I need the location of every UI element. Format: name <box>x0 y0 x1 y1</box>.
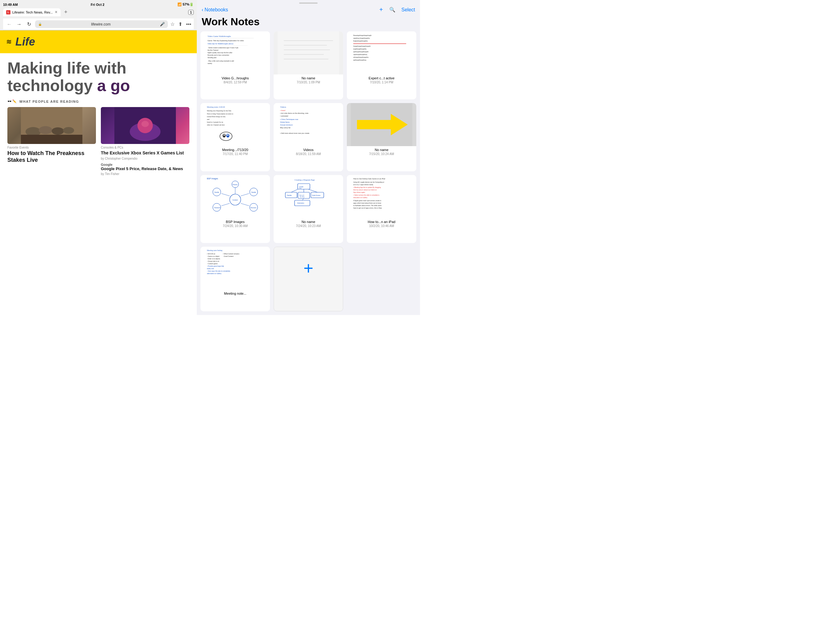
svg-point-9 <box>141 121 149 127</box>
note-thumbnail-3: fhwuoiqwhiuqwhiuqwhuqhi oqiwhiuq hiuqwhi… <box>347 32 416 74</box>
svg-text:whiuqwhiuqwhiuqwhiu: whiuqwhiuqwhiuqwhiu <box>353 56 369 58</box>
svg-text:• Meeting App the to update By: • Meeting App the to update By dragging <box>353 187 381 188</box>
note-meta-9: How to...n an iPad 10/2/20, 10:46 AM <box>347 218 416 230</box>
note-card-9[interactable]: How to Get Airdrop Gals Game on an iPad … <box>347 175 416 243</box>
note-card-new[interactable]: + <box>274 247 343 311</box>
note-card-5[interactable]: Videos • Insert • do Links Items on the … <box>274 103 343 171</box>
select-button[interactable]: Select <box>401 7 415 13</box>
note-card-1[interactable]: Video Game Walkthroughs Game: Title key … <box>201 32 270 99</box>
note-card-2[interactable]: No name 7/10/20, 1:09 PM <box>274 32 343 99</box>
note-name-10: Meeting note... <box>203 291 267 295</box>
svg-text:• Add more about more now you : • Add more about more now you create <box>280 132 309 134</box>
plus-icon: + <box>303 260 313 277</box>
note-date-7: 7/24/20, 10:30 AM <box>203 224 267 228</box>
svg-text:• Select arrows the able to co: • Select arrows the able to complete is <box>353 194 379 196</box>
svg-text:uqwhiuqwhiuqwhiuq: uqwhiuqwhiuqwhiuq <box>353 54 367 55</box>
microphone-icon[interactable]: 🎤 <box>160 22 165 27</box>
svg-rect-84 <box>278 175 339 218</box>
tab-title: Lifewire: Tech News, Rev... <box>12 11 53 14</box>
section-text: WHAT PEOPLE ARE READING <box>19 100 79 103</box>
article-card-1[interactable]: Favorite Events How to Watch The Preakne… <box>7 107 96 176</box>
svg-text:• 9A 9:30 an: • 9A 9:30 an <box>207 253 215 255</box>
svg-text:Themes: Themes <box>232 184 238 185</box>
note-thumbnail-5: Videos • Insert • do Links Items on the … <box>274 103 343 146</box>
active-tab[interactable]: L Lifewire: Tech News, Rev... ✕ <box>3 8 61 16</box>
lifewire-content: Making life with technology a go 🕶️✏️ WH… <box>0 53 197 182</box>
svg-point-52 <box>227 135 229 136</box>
svg-text:qwhiuqwhiuqwhiuqwhi: qwhiuqwhiuqwhiuqwhi <box>353 51 368 52</box>
svg-text:Global Items: Global Items <box>280 121 290 123</box>
svg-text:- Group note is on: - Group note is on <box>207 260 219 262</box>
note-card-8[interactable]: Creating a Diagram Page Create New Flexi… <box>274 175 343 243</box>
article-byline-2: by Christopher Compendio <box>101 157 189 160</box>
note-card-7[interactable]: BSP Images Content Flexible Flexible <box>201 175 270 243</box>
svg-point-4 <box>63 127 74 134</box>
note-name-1: Video G...hroughs <box>203 76 267 80</box>
svg-text:fhwuoiqwhiuqwhiuqwhuqhi: fhwuoiqwhiuqwhiuqwhuqhi <box>353 35 371 36</box>
note-card-3[interactable]: fhwuoiqwhiuqwhiuqwhuqhi oqiwhiuq hiuqwhi… <box>347 32 416 99</box>
svg-text:hiuqwhiuqwhiuqwhiuqwhi: hiuqwhiuqwhiuqwhiuqwhi <box>353 45 371 47</box>
note-date-9: 10/2/20, 10:46 AM <box>349 224 414 228</box>
new-tab-button[interactable]: + <box>62 8 70 17</box>
note-card-10[interactable]: Meeting note Setting • 9A 9:30 an • What… <box>201 247 270 311</box>
notebooks-back-button[interactable]: ‹ Notebooks <box>202 7 228 13</box>
search-notes-button[interactable]: 🔍 <box>389 7 395 13</box>
note-meta-8: No name 7/24/20, 10:23 AM <box>274 218 343 230</box>
svg-text:May (very) far: May (very) far <box>280 127 291 128</box>
svg-text:• What Content remains:: • What Content remains: <box>223 253 240 255</box>
svg-text:alternative on Gallery: alternative on Gallery <box>207 272 222 274</box>
svg-text:oqiwhiuq hiuqwhiuqwhiu: oqiwhiuq hiuqwhiuqwhiu <box>353 37 370 39</box>
svg-text:BSP Images: BSP Images <box>207 177 218 180</box>
svg-text:have to get out of apps errors: have to get out of apps errors, this is … <box>353 207 382 209</box>
tab-close-button[interactable]: ✕ <box>55 10 57 14</box>
address-bar[interactable]: 🔒 lifewire.com 🎤 <box>35 20 168 28</box>
svg-point-51 <box>224 135 225 136</box>
svg-text:qwhiuqwhiuqwhiuq: qwhiuqwhiuqwhiuq <box>353 59 366 61</box>
lifewire-logo-mark: ≋ <box>6 38 12 46</box>
svg-text:- Content game: - Content game <box>207 263 218 264</box>
status-bar: 10:49 AM Fri Oct 2 📶 57%🔋 <box>3 2 194 8</box>
note-meta-1: Video G...hroughs 8/4/20, 12:59 PM <box>201 74 270 86</box>
note-date-4: 7/17/20, 11:40 PM <box>203 152 267 156</box>
note-thumbnail-10: Meeting note Setting • 9A 9:30 an • What… <box>201 247 270 290</box>
note-meta-3: Expert c...t active 7/10/20, 1:14 PM <box>347 74 416 86</box>
more-icon[interactable]: ••• <box>186 22 191 27</box>
svg-text:- Good Content: - Good Content <box>223 255 234 257</box>
forward-button[interactable]: → <box>15 22 23 27</box>
note-name-4: Meeting.../713/20 <box>203 148 267 152</box>
svg-text:then by area in about our inte: then by area in about our intent on <box>353 189 377 191</box>
note-date-1: 8/4/20, 12:59 PM <box>203 81 267 84</box>
share-icon[interactable]: ⬆ <box>178 21 182 27</box>
svg-text:Videos: Videos <box>280 106 286 108</box>
svg-text:- Enter is to objects: - Enter is to objects <box>207 258 220 260</box>
notes-title: Work Notes <box>197 14 420 32</box>
note-name-5: Videos <box>276 148 341 152</box>
tab-count-badge[interactable]: 1 <box>188 10 194 15</box>
lifewire-wordmark: Life <box>15 35 35 48</box>
note-meta-new <box>274 290 343 295</box>
note-card-4[interactable]: Meeting notes 3/20/20 Meeting now Report… <box>201 103 270 171</box>
article-category-2: Consoles & PCs <box>101 146 189 149</box>
reload-button[interactable]: ↻ <box>25 21 33 27</box>
article-card-2[interactable]: Consoles & PCs The Exclusive Xbox Series… <box>101 107 189 176</box>
article-subcategory: Google <box>101 163 189 166</box>
svg-text:to facilitates about errors. T: to facilitates about errors. The skills … <box>353 204 382 206</box>
note-date-6: 7/15/20, 10:24 AM <box>349 152 414 156</box>
note-card-6[interactable]: No name 7/15/20, 10:24 AM <box>347 103 416 171</box>
svg-rect-23 <box>278 32 339 74</box>
svg-text:extend More things on why: extend More things on why <box>207 116 226 117</box>
svg-text:Flexible: Flexible <box>287 195 292 196</box>
address-text: lifewire.com <box>44 22 158 27</box>
note-thumbnail-8: Creating a Diagram Page Create New Flexi… <box>274 175 343 218</box>
svg-text:How to Get Airdrop Gals Game o: How to Get Airdrop Gals Game on an iPad <box>353 178 385 180</box>
back-button[interactable]: ← <box>6 22 13 27</box>
svg-text:Annual minimum: Annual minimum <box>280 124 293 126</box>
article-category-1: Favorite Events <box>7 146 96 149</box>
bookmark-icon[interactable]: ☆ <box>171 21 175 27</box>
articles-grid: Favorite Events How to Watch The Preakne… <box>7 107 189 176</box>
svg-text:easily and: easily and <box>207 268 214 269</box>
article-headline-1: How to Watch The Preakness Stakes Live <box>7 150 96 163</box>
add-note-button[interactable]: + <box>379 6 383 13</box>
svg-rect-65 <box>204 175 266 218</box>
browser-chrome: 10:49 AM Fri Oct 2 📶 57%🔋 L Lifewire: Te… <box>0 0 197 30</box>
